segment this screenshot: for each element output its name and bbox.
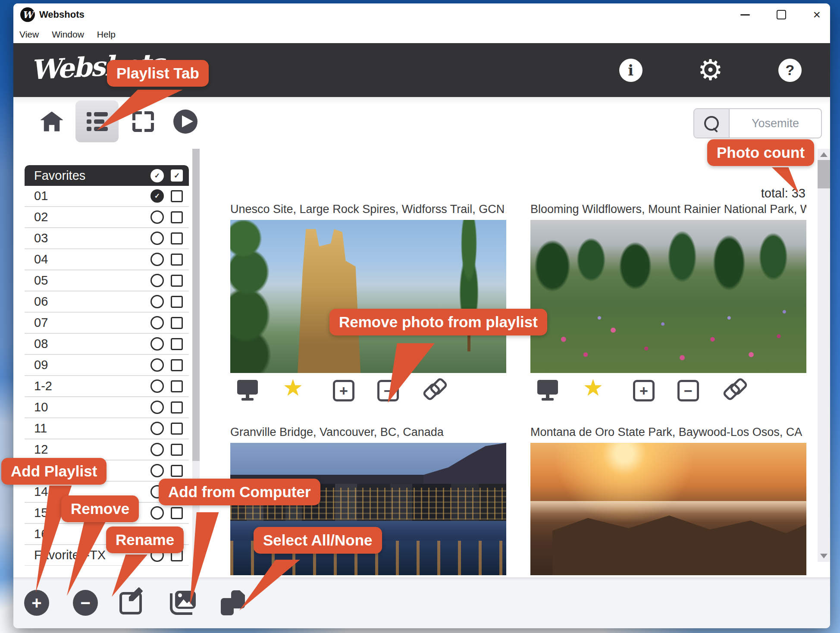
playlist-active-radio[interactable]: ✓ [150, 274, 164, 287]
playlist-active-radio[interactable]: ✓ [150, 337, 164, 351]
playlist-name: 07 [25, 316, 150, 330]
playlist-select-checkbox[interactable]: ✓ [171, 254, 183, 266]
playlist-active-radio[interactable]: ✓ [150, 401, 164, 414]
menu-window[interactable]: Window [52, 29, 84, 40]
playlist-active-radio[interactable]: ✓ [150, 210, 164, 224]
playlist-name: 11 [25, 421, 150, 436]
search-input[interactable]: Yosemite [730, 109, 821, 138]
playlist-name: 09 [25, 358, 150, 372]
tab-slideshow[interactable] [171, 97, 200, 146]
playlist-select-checkbox[interactable]: ✓ [171, 465, 183, 477]
rename-playlist-button[interactable] [118, 577, 144, 628]
photo-thumbnail-canyon[interactable] [230, 220, 506, 373]
sidebar-scrollbar-thumb[interactable] [192, 149, 200, 461]
playlist-row[interactable]: 02✓✓ [25, 207, 189, 228]
playlist-select-checkbox[interactable]: ✓ [171, 232, 183, 244]
scroll-up-arrow-icon[interactable] [820, 152, 827, 157]
playlist-select-checkbox[interactable]: ✓ [171, 211, 183, 223]
copy-link-icon[interactable] [423, 380, 447, 399]
playlist-select-checkbox[interactable]: ✓ [171, 423, 183, 435]
playlist-active-radio[interactable]: ✓ [150, 443, 164, 456]
playlist-name: 08 [25, 337, 150, 351]
playlist-select-checkbox[interactable]: ✓ [171, 296, 183, 308]
close-icon[interactable]: × [813, 8, 821, 21]
add-to-playlist-icon[interactable]: + [633, 380, 655, 401]
play-icon [173, 110, 197, 134]
info-icon[interactable]: i [619, 59, 643, 82]
playlist-select-checkbox[interactable]: ✓ [171, 507, 183, 519]
playlist-active-radio[interactable]: ✓ [150, 464, 164, 477]
playlist-select-checkbox[interactable]: ✓ [171, 317, 183, 329]
window-controls: × [740, 3, 821, 26]
main-scrollbar-thumb[interactable] [818, 160, 830, 188]
bottom-toolbar: + − [13, 577, 830, 628]
playlist-select-checkbox[interactable]: ✓ [171, 401, 183, 414]
plus-circle-icon: + [24, 590, 49, 616]
playlist-active-radio[interactable]: ✓ [150, 422, 164, 435]
playlist-header-checkbox[interactable]: ✓ [171, 169, 183, 182]
playlist-active-radio[interactable]: ✓ [150, 232, 164, 245]
set-wallpaper-icon[interactable] [237, 380, 258, 395]
photo-card: Blooming Wildflowers, Mount Rainier Nati… [530, 203, 806, 404]
settings-gear-icon[interactable]: ⚙ [698, 56, 723, 85]
playlist-select-checkbox[interactable]: ✓ [171, 275, 183, 287]
app-logo-icon: W [20, 7, 35, 22]
search-box[interactable]: Yosemite [693, 108, 822, 138]
playlist-select-checkbox[interactable]: ✓ [171, 444, 183, 456]
playlist-header-favorites[interactable]: Favorites ✓ ✓ [25, 165, 189, 186]
playlist-select-checkbox[interactable]: ✓ [171, 190, 183, 202]
playlist-row[interactable]: 06✓✓ [25, 291, 189, 313]
playlist-select-checkbox[interactable]: ✓ [171, 338, 183, 350]
playlist-row[interactable]: 11✓✓ [25, 418, 189, 439]
fullscreen-icon [132, 111, 154, 132]
callout-add-from-computer: Add from Computer [159, 479, 320, 505]
minimize-icon[interactable] [740, 14, 750, 16]
minus-circle-icon: − [73, 590, 98, 616]
playlist-row[interactable]: 03✓✓ [25, 228, 189, 249]
playlist-row[interactable]: 07✓✓ [25, 313, 189, 334]
photo-thumbnail-rainier[interactable] [530, 220, 806, 373]
menu-view[interactable]: View [19, 29, 39, 40]
playlist-select-checkbox[interactable]: ✓ [171, 359, 183, 371]
add-playlist-button[interactable]: + [24, 577, 50, 628]
photo-caption: Unesco Site, Large Rock Spires, Widforss… [230, 203, 506, 220]
help-icon[interactable]: ? [778, 59, 802, 82]
playlist-row[interactable]: 09✓✓ [25, 355, 189, 376]
playlist-row[interactable]: 12✓✓ [25, 439, 189, 461]
playlist-select-checkbox[interactable]: ✓ [171, 380, 183, 392]
playlist-name: 1-2 [25, 379, 150, 393]
remove-playlist-button[interactable]: − [72, 577, 98, 628]
playlist-row[interactable]: 04✓✓ [25, 249, 189, 270]
playlist-row[interactable]: 10✓✓ [25, 397, 189, 418]
add-to-playlist-icon[interactable]: + [333, 380, 354, 401]
playlist-row[interactable]: 05✓✓ [25, 270, 189, 291]
main-scrollbar[interactable] [818, 149, 830, 562]
playlist-active-radio[interactable]: ✓ [150, 379, 164, 393]
playlist-active-radio[interactable]: ✓ [150, 253, 164, 266]
playlist-name: 12 [25, 442, 150, 457]
maximize-icon[interactable] [777, 10, 786, 19]
favorite-star-icon[interactable]: ★ [583, 375, 603, 401]
playlist-active-radio[interactable]: ✓ [150, 295, 164, 308]
playlist-active-radio[interactable]: ✓ [150, 189, 164, 203]
photo-thumbnail-bridge[interactable] [230, 443, 506, 575]
playlist-active-radio[interactable]: ✓ [150, 316, 164, 329]
remove-from-playlist-icon[interactable]: − [677, 380, 699, 401]
playlist-row[interactable]: 08✓✓ [25, 334, 189, 355]
playlist-row[interactable]: 01✓✓ [25, 186, 189, 207]
set-wallpaper-icon[interactable] [537, 380, 558, 395]
scroll-down-arrow-icon[interactable] [820, 554, 827, 558]
callout-remove: Remove [61, 495, 139, 522]
playlist-row[interactable]: 1-2✓✓ [25, 376, 189, 397]
photo-caption: Montana de Oro State Park, Baywood-Los O… [530, 426, 806, 443]
menu-help[interactable]: Help [97, 29, 116, 40]
photo-thumbnail-montana[interactable] [530, 443, 806, 575]
copy-link-icon[interactable] [723, 380, 747, 399]
playlist-name: 02 [25, 210, 150, 224]
playlist-active-radio[interactable]: ✓ [150, 506, 164, 520]
playlist-header-radio[interactable]: ✓ [150, 169, 164, 182]
favorite-star-icon[interactable]: ★ [283, 375, 303, 401]
playlist-active-radio[interactable]: ✓ [150, 358, 164, 372]
tab-home[interactable] [38, 97, 66, 146]
select-all-none-button[interactable] [219, 577, 246, 628]
